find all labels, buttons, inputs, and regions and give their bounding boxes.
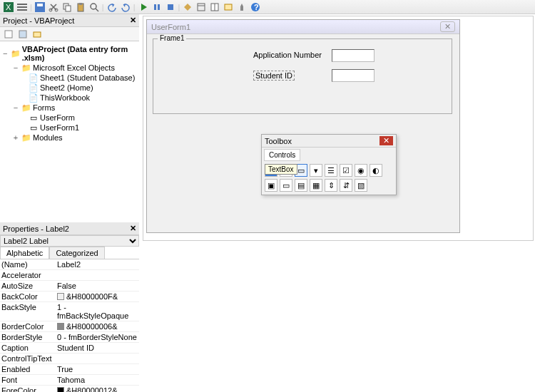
userform-window[interactable]: UserForm1 ✕ Frame1 Application Number St… xyxy=(146,19,460,233)
property-row[interactable]: EnabledTrue xyxy=(0,364,139,375)
tool-combobox[interactable]: ▾ xyxy=(310,164,322,177)
color-swatch xyxy=(57,387,64,392)
toolbox-tab-controls[interactable]: Controls xyxy=(264,149,300,161)
properties-object-selector[interactable]: Label2 Label xyxy=(0,235,139,247)
svg-rect-6 xyxy=(37,4,43,6)
property-value[interactable] xyxy=(56,270,139,280)
textbox-student-id[interactable] xyxy=(332,69,374,82)
menu-icon[interactable] xyxy=(16,1,28,13)
property-row[interactable]: AutoSizeFalse xyxy=(0,281,139,292)
property-row[interactable]: BackStyle1 - fmBackStyleOpaque xyxy=(0,302,139,321)
tool-scrollbar[interactable]: ⇕ xyxy=(325,179,337,192)
tool-spinbutton[interactable]: ⇵ xyxy=(340,179,352,192)
find-icon[interactable] xyxy=(88,1,100,13)
frame1[interactable]: Frame1 Application Number Student ID xyxy=(153,38,452,114)
stop-icon[interactable] xyxy=(165,1,176,13)
paste-icon[interactable] xyxy=(75,1,86,13)
tool-image[interactable]: ▧ xyxy=(355,179,367,192)
tree-userform1[interactable]: ▭UserForm1 xyxy=(1,123,138,133)
project-panel-close-icon[interactable]: ✕ xyxy=(130,16,136,25)
properties-icon[interactable] xyxy=(209,1,220,13)
project-panel-label: Project - VBAProject xyxy=(3,16,74,25)
property-value[interactable]: Tahoma xyxy=(56,375,139,385)
cut-icon[interactable] xyxy=(48,1,59,13)
object-browser-icon[interactable] xyxy=(223,1,234,13)
userform-titlebar: UserForm1 ✕ xyxy=(147,20,459,34)
tree-modules[interactable]: +📁Modules xyxy=(1,133,138,143)
toolbox-close-icon[interactable]: ✕ xyxy=(379,136,393,145)
property-value[interactable]: &H80000006& xyxy=(56,321,139,331)
property-row[interactable]: (Name)Label2 xyxy=(0,259,139,270)
tree-thisworkbook[interactable]: 📄ThisWorkbook xyxy=(1,93,138,103)
svg-text:?: ? xyxy=(254,3,259,11)
undo-icon[interactable] xyxy=(106,1,118,13)
label-application-number[interactable]: Application Number xyxy=(253,51,322,59)
tree-userform[interactable]: ▭UserForm xyxy=(1,113,138,123)
property-value[interactable]: True xyxy=(56,364,139,374)
tool-togglebutton[interactable]: ◐ xyxy=(370,164,382,177)
tree-root[interactable]: −📁VBAProject (Data entry form .xlsm) xyxy=(1,44,138,63)
textbox-application-number[interactable] xyxy=(332,49,374,62)
property-row[interactable]: CaptionStudent ID xyxy=(0,343,139,354)
userform-close-icon[interactable]: ✕ xyxy=(440,21,455,32)
property-value[interactable]: &H8000000F& xyxy=(56,292,139,301)
project-explorer-icon[interactable] xyxy=(195,1,207,13)
tree-sheet1[interactable]: 📄Sheet1 (Student Database) xyxy=(1,73,138,83)
property-value[interactable]: Student ID xyxy=(56,343,139,353)
tool-listbox[interactable]: ☰ xyxy=(325,164,337,177)
svg-rect-15 xyxy=(154,4,156,10)
property-row[interactable]: BorderStyle0 - fmBorderStyleNone xyxy=(0,332,139,343)
view-object-icon[interactable] xyxy=(17,29,29,40)
tool-optionbutton[interactable]: ◉ xyxy=(355,164,367,177)
properties-grid: (Name)Label2AcceleratorAutoSizeFalseBack… xyxy=(0,259,139,392)
svg-rect-12 xyxy=(79,3,82,5)
property-value[interactable]: 0 - fmBorderStyleNone xyxy=(56,332,139,342)
svg-rect-3 xyxy=(17,6,27,8)
property-value[interactable]: 1 - fmBackStyleOpaque xyxy=(56,302,139,321)
property-value[interactable]: False xyxy=(56,281,139,291)
toolbox-controls: ↖ A ▭ ▾ ☰ ☑ ◉ ◐ ▣ ▭ TextBox ▤ ▦ ⇕ ⇵ ▧ xyxy=(262,161,396,195)
help-icon[interactable]: ? xyxy=(250,1,261,13)
userform-body[interactable]: Frame1 Application Number Student ID Too… xyxy=(147,34,459,232)
property-row[interactable]: ControlTipText xyxy=(0,354,139,364)
tree-forms[interactable]: −📁Forms xyxy=(1,103,138,113)
property-name: BorderStyle xyxy=(0,332,56,342)
redo-icon[interactable] xyxy=(120,1,131,13)
tab-categorized[interactable]: Categorized xyxy=(49,247,104,259)
tab-alphabetic[interactable]: Alphabetic xyxy=(0,247,49,259)
properties-close-icon[interactable]: ✕ xyxy=(130,224,136,233)
tool-commandbutton[interactable]: ▭ xyxy=(280,179,292,192)
tree-excel-objects[interactable]: −📁Microsoft Excel Objects xyxy=(1,63,138,73)
property-row[interactable]: FontTahoma xyxy=(0,375,139,386)
save-icon[interactable] xyxy=(34,1,46,13)
tool-tabstrip[interactable]: ▤ xyxy=(295,179,307,192)
tool-frame[interactable]: ▣ xyxy=(265,179,277,192)
project-toolbar xyxy=(0,27,139,41)
folder-icon[interactable] xyxy=(31,29,43,40)
property-name: BackColor xyxy=(0,292,56,301)
property-value[interactable] xyxy=(56,354,139,363)
property-value[interactable]: &H80000012& xyxy=(56,386,139,392)
main-toolbar: X | | | | ? xyxy=(0,0,535,14)
excel-icon[interactable]: X xyxy=(3,1,14,13)
pause-icon[interactable] xyxy=(151,1,163,13)
property-row[interactable]: Accelerator xyxy=(0,270,139,281)
run-icon[interactable] xyxy=(138,1,149,13)
property-row[interactable]: ForeColor&H80000012& xyxy=(0,386,139,392)
tree-sheet2[interactable]: 📄Sheet2 (Home) xyxy=(1,83,138,93)
design-mode-icon[interactable] xyxy=(182,1,193,13)
property-row[interactable]: BackColor&H8000000F& xyxy=(0,292,139,302)
svg-rect-27 xyxy=(34,32,41,37)
svg-line-14 xyxy=(96,9,98,11)
property-row[interactable]: BorderColor&H80000006& xyxy=(0,321,139,332)
toolbox-icon[interactable] xyxy=(236,1,248,13)
toolbox-window[interactable]: Toolbox ✕ Controls ↖ A ▭ ▾ ☰ ☑ ◉ ◐ ▣ ▭ T… xyxy=(261,134,397,195)
copy-icon[interactable] xyxy=(61,1,73,13)
property-value[interactable]: Label2 xyxy=(56,259,139,269)
design-surface: UserForm1 ✕ Frame1 Application Number St… xyxy=(143,16,534,241)
label-student-id[interactable]: Student ID xyxy=(253,71,295,81)
view-code-icon[interactable] xyxy=(3,29,14,40)
property-name: Enabled xyxy=(0,364,56,374)
tool-checkbox[interactable]: ☑ xyxy=(340,164,352,177)
tool-multipage[interactable]: ▦ xyxy=(310,179,322,192)
